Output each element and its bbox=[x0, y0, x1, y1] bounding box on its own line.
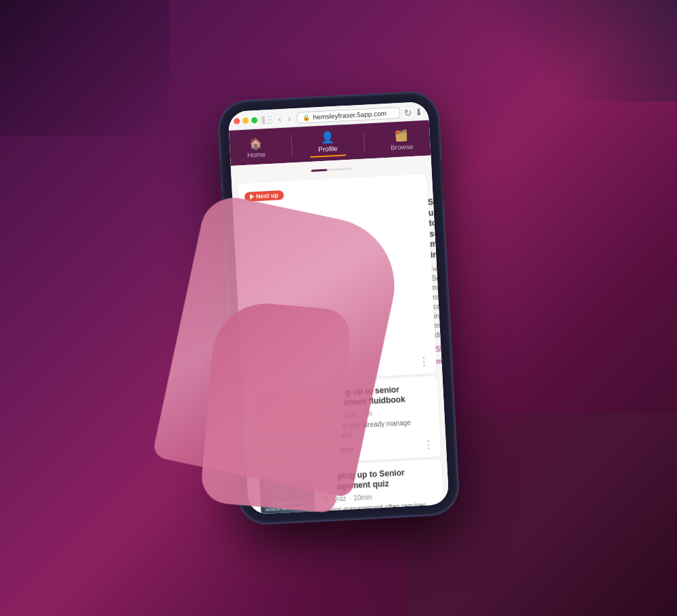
background-keyboard bbox=[0, 0, 169, 135]
profile-label: Profile bbox=[318, 145, 338, 153]
card-1-show-more[interactable]: Show more bbox=[435, 345, 449, 365]
card-2-more-options[interactable]: ⋮ bbox=[422, 439, 434, 451]
back-arrow[interactable]: ‹ bbox=[276, 113, 284, 125]
next-up-label: Next up bbox=[256, 192, 278, 200]
progress-fill bbox=[311, 169, 327, 172]
lock-icon: 🔒 bbox=[303, 114, 311, 121]
phone-mockup: ‹ › 🔒 hemsleyfraser.5app.com ↻ ⬇ � bbox=[219, 93, 458, 523]
browse-icon: 🗂️ bbox=[394, 129, 408, 142]
card-3-duration: 10min bbox=[353, 493, 372, 502]
svg-rect-3 bbox=[266, 122, 272, 123]
url-text: hemsleyfraser.5app.com bbox=[313, 110, 387, 121]
progress-bar bbox=[311, 168, 351, 172]
card-1-more-options[interactable]: ⋮ bbox=[418, 356, 430, 368]
finger-overlay-front bbox=[200, 299, 352, 513]
browser-actions: ↻ ⬇ bbox=[404, 106, 424, 118]
nav-divider-2 bbox=[363, 132, 365, 152]
svg-rect-0 bbox=[261, 116, 265, 124]
download-button[interactable]: ⬇ bbox=[415, 106, 424, 118]
svg-rect-1 bbox=[266, 115, 272, 116]
traffic-lights bbox=[234, 117, 257, 125]
play-triangle-icon bbox=[250, 194, 254, 199]
home-icon: 🏠 bbox=[248, 137, 263, 150]
close-button-dot[interactable] bbox=[234, 118, 240, 124]
svg-rect-2 bbox=[266, 118, 272, 120]
refresh-button[interactable]: ↻ bbox=[404, 106, 413, 118]
home-label: Home bbox=[247, 150, 265, 158]
browser-navigation: ‹ › bbox=[276, 113, 293, 125]
background-top-right bbox=[474, 0, 677, 102]
sidebar-toggle-icon[interactable] bbox=[261, 115, 273, 124]
nav-divider-1 bbox=[290, 135, 292, 156]
card-1-body: Stepping up to senior management infogra… bbox=[428, 198, 437, 366]
profile-icon: 👤 bbox=[320, 131, 334, 144]
maximize-button-dot[interactable] bbox=[251, 117, 257, 123]
nav-item-browse[interactable]: 🗂️ Browse bbox=[382, 128, 422, 152]
nav-item-profile[interactable]: 👤 Profile bbox=[309, 130, 346, 158]
minimize-button-dot[interactable] bbox=[242, 118, 248, 124]
browse-label: Browse bbox=[391, 143, 414, 152]
thumbnail-1-icon bbox=[408, 202, 418, 207]
address-bar[interactable]: 🔒 hemsleyfraser.5app.com bbox=[297, 107, 401, 124]
card-1-meta: 📊 Infographic · 5min bbox=[431, 263, 432, 271]
nav-item-home[interactable]: 🏠 Home bbox=[238, 136, 274, 160]
card-1-description: Senior management roles come in many dif… bbox=[432, 273, 435, 340]
infographic-icon: 📊 bbox=[431, 263, 440, 271]
card-3-separator: · bbox=[349, 494, 351, 502]
forward-arrow[interactable]: › bbox=[286, 113, 293, 125]
card-1-title: Stepping up to senior management infogra… bbox=[428, 198, 431, 261]
